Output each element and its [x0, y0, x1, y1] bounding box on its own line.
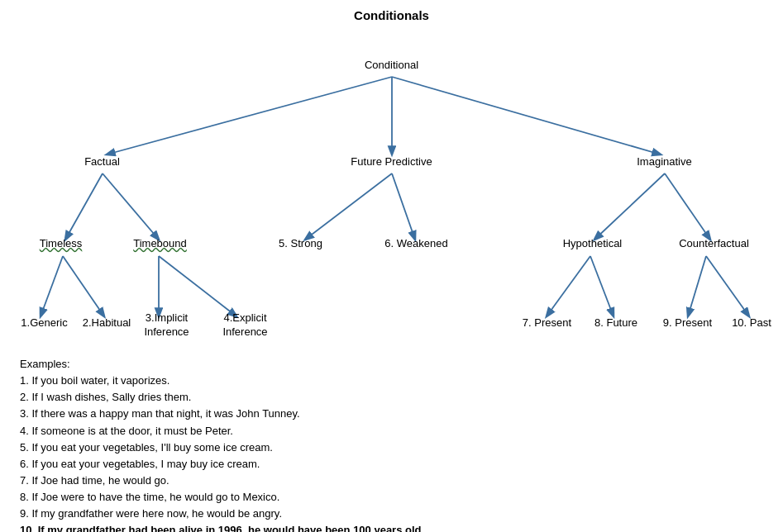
svg-line-7 [594, 173, 665, 240]
node-weakened: 6. Weakened [375, 237, 458, 249]
tree-diagram: Conditional Factual Future Predictive Im… [12, 29, 772, 351]
node-factual: Factual [69, 155, 136, 168]
svg-line-4 [103, 173, 159, 240]
node-future8: 8. Future [585, 316, 647, 329]
svg-line-0 [107, 77, 392, 154]
node-strong: 5. Strong [264, 237, 338, 249]
svg-line-3 [65, 173, 103, 240]
example-9: 9. If my grandfather were here now, he w… [20, 506, 763, 522]
svg-line-6 [392, 173, 415, 240]
example-10: 10. If my grandfather had been alive in … [20, 522, 763, 532]
page-title: Conditionals [8, 8, 775, 22]
node-hypothetical: Hypothetical [547, 237, 638, 249]
node-future-predictive: Future Predictive [326, 155, 458, 168]
example-7: 7. If Joe had time, he would go. [20, 473, 763, 489]
node-timeless: Timeless [28, 237, 94, 249]
svg-line-12 [159, 256, 236, 316]
svg-line-5 [305, 173, 392, 240]
examples-header: Examples: [20, 356, 763, 373]
node-imaginative: Imaginative [615, 155, 714, 168]
svg-line-10 [63, 256, 104, 316]
svg-line-9 [41, 256, 63, 316]
examples-section: Examples: 1. If you boil water, it vapor… [20, 356, 763, 532]
svg-line-2 [392, 77, 661, 154]
node-past10: 10. Past [721, 316, 783, 329]
node-explicit: 4.Explicit Inference [212, 311, 279, 340]
node-habitual: 2.Habitual [76, 316, 138, 329]
example-4: 4. If someone is at the door, it must be… [20, 423, 763, 439]
node-conditional: Conditional [359, 59, 425, 71]
node-implicit: 3.Implicit Inference [134, 311, 200, 340]
example-5: 5. If you eat your vegetables, I'll buy … [20, 439, 763, 456]
svg-line-13 [547, 256, 590, 316]
example-3: 3. If there was a happy man that night, … [20, 406, 763, 422]
node-present7: 7. Present [514, 316, 580, 329]
example-6: 6. If you eat your vegetables, I may buy… [20, 456, 763, 473]
node-present9: 9. Present [655, 316, 721, 329]
svg-line-16 [706, 256, 749, 316]
example-8: 8. If Joe were to have the time, he woul… [20, 489, 763, 506]
node-counterfactual: Counterfactual [665, 237, 764, 249]
example-2: 2. If I wash dishes, Sally dries them. [20, 389, 763, 406]
node-timebound: Timebound [123, 237, 198, 249]
svg-line-14 [590, 256, 614, 316]
node-generic: 1.Generic [16, 316, 74, 329]
example-1: 1. If you boil water, it vaporizes. [20, 373, 763, 389]
svg-line-15 [688, 256, 706, 316]
tree-svg [12, 29, 772, 351]
svg-line-8 [665, 173, 710, 240]
